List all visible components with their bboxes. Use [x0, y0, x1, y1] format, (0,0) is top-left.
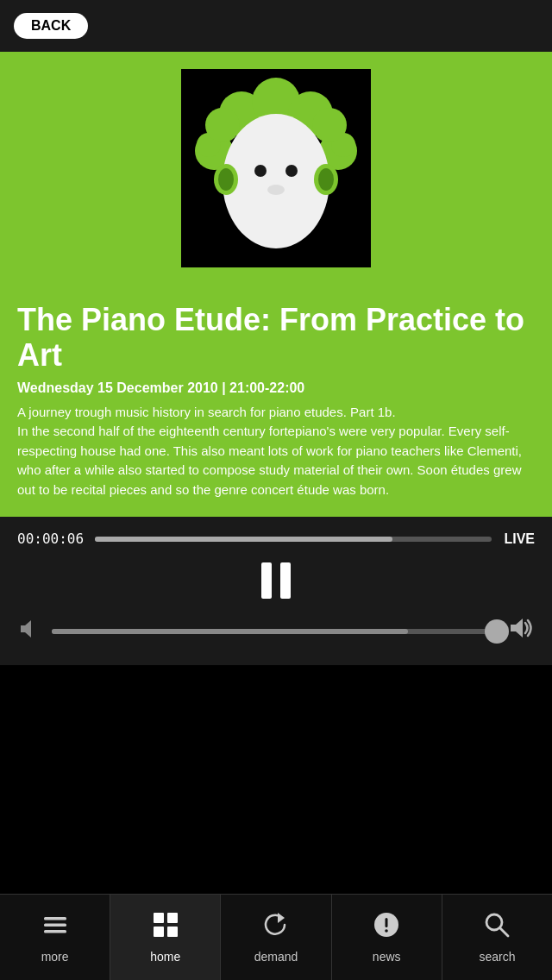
- current-time: 00:00:06: [17, 531, 86, 547]
- live-label: LIVE: [500, 531, 535, 547]
- album-art: [181, 69, 371, 267]
- pause-bar-right: [280, 562, 291, 599]
- bars-icon: [41, 911, 69, 945]
- nav-label-home: home: [150, 950, 180, 964]
- show-description: A journey trough music history in search…: [17, 403, 535, 500]
- svg-marker-26: [278, 913, 285, 923]
- nav-label-search: search: [479, 950, 515, 964]
- volume-knob[interactable]: [485, 619, 509, 644]
- svg-point-14: [218, 168, 234, 191]
- svg-rect-24: [154, 927, 164, 937]
- nav-item-demand[interactable]: demand: [221, 895, 331, 980]
- svg-rect-19: [44, 917, 66, 920]
- grid-icon: [152, 911, 179, 945]
- svg-point-10: [254, 165, 267, 177]
- svg-rect-23: [167, 913, 178, 923]
- volume-high-icon: [507, 614, 535, 648]
- pause-bar-left: [261, 562, 272, 599]
- pause-button[interactable]: [257, 562, 295, 599]
- svg-rect-21: [44, 930, 66, 933]
- nav-label-demand: demand: [254, 950, 298, 964]
- svg-line-31: [500, 928, 508, 936]
- nav-label-news: news: [373, 950, 401, 964]
- volume-bar[interactable]: [52, 629, 497, 634]
- progress-row: 00:00:06 LIVE: [17, 531, 535, 547]
- svg-rect-25: [167, 927, 178, 937]
- search-icon: [483, 911, 511, 945]
- progress-fill: [95, 537, 392, 542]
- svg-point-16: [318, 168, 334, 191]
- back-button[interactable]: BACK: [14, 13, 88, 39]
- nav-item-home[interactable]: home: [110, 895, 221, 980]
- top-bar: BACK: [0, 0, 552, 52]
- player-section: 00:00:06 LIVE: [0, 517, 552, 665]
- brand-logo: [190, 78, 362, 259]
- svg-point-9: [223, 114, 329, 248]
- playback-controls: [17, 554, 535, 611]
- svg-rect-28: [386, 918, 388, 927]
- nav-label-more: more: [41, 950, 69, 964]
- alert-icon: [373, 911, 400, 945]
- svg-marker-17: [21, 620, 31, 638]
- svg-rect-20: [44, 924, 66, 927]
- volume-fill: [52, 629, 408, 634]
- svg-point-29: [385, 929, 388, 933]
- show-datetime: Wednesday 15 December 2010 | 21:00-22:00: [17, 380, 535, 396]
- progress-bar[interactable]: [95, 537, 492, 542]
- hero-section: [0, 52, 552, 288]
- bottom-nav: more home demand: [0, 894, 552, 980]
- svg-rect-22: [154, 913, 164, 923]
- show-title: The Piano Etude: From Practice to Art: [17, 302, 535, 374]
- svg-point-12: [267, 185, 285, 195]
- svg-point-7: [205, 108, 240, 142]
- svg-point-8: [312, 108, 347, 142]
- svg-marker-18: [511, 619, 523, 638]
- replay-icon: [262, 911, 290, 945]
- content-section: The Piano Etude: From Practice to Art We…: [0, 288, 552, 517]
- nav-item-news[interactable]: news: [332, 895, 442, 980]
- volume-low-icon: [17, 617, 41, 646]
- nav-item-more[interactable]: more: [0, 895, 110, 980]
- volume-row: [17, 611, 535, 656]
- nav-item-search[interactable]: search: [442, 895, 552, 980]
- svg-point-11: [285, 165, 298, 177]
